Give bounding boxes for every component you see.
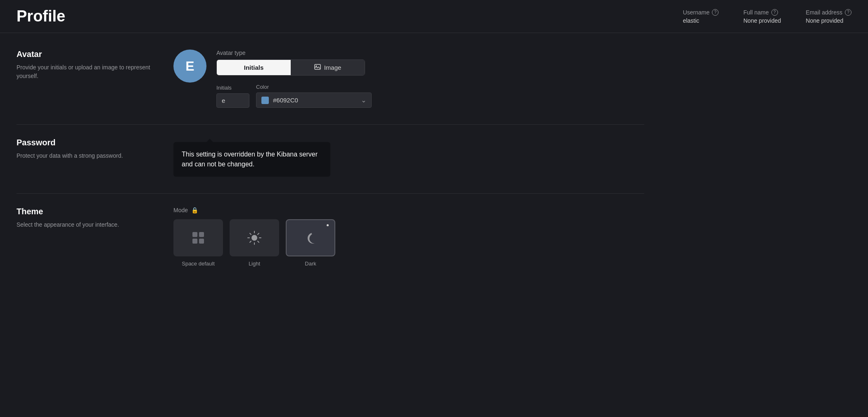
fullname-info-icon[interactable]: ? bbox=[771, 9, 778, 16]
divider-1 bbox=[17, 124, 644, 125]
svg-rect-2 bbox=[192, 232, 197, 237]
avatar-section: Avatar Provide your initials or upload a… bbox=[17, 50, 644, 108]
fullname-value: None provided bbox=[743, 17, 781, 24]
svg-point-1 bbox=[315, 66, 317, 67]
svg-line-14 bbox=[250, 241, 251, 242]
tooltip-box: This setting is overridden by the Kibana… bbox=[173, 142, 330, 177]
initials-input[interactable] bbox=[216, 93, 249, 108]
header: Profile Username ? elastic Full name ? N… bbox=[0, 0, 868, 33]
toggle-initials-button[interactable]: Initials bbox=[217, 60, 291, 75]
theme-card-space-default bbox=[173, 219, 223, 256]
svg-line-13 bbox=[258, 233, 259, 235]
username-label: Username ? bbox=[683, 9, 719, 16]
theme-options: Space default bbox=[173, 219, 644, 267]
color-label: Color bbox=[256, 84, 372, 90]
theme-section-layout: Theme Select the appearance of your inte… bbox=[17, 207, 644, 267]
avatar-section-desc: Provide your initials or upload an image… bbox=[17, 63, 157, 81]
avatar-area: E Avatar type Initials bbox=[173, 50, 644, 108]
theme-section: Theme Select the appearance of your inte… bbox=[17, 207, 644, 267]
theme-card-dark bbox=[286, 219, 335, 256]
header-meta: Username ? elastic Full name ? None prov… bbox=[683, 9, 851, 24]
color-value: #6092C0 bbox=[273, 97, 357, 104]
color-select[interactable]: #6092C0 ⌄ bbox=[256, 92, 372, 108]
username-meta: Username ? elastic bbox=[683, 9, 719, 24]
email-label: Email address ? bbox=[806, 9, 851, 16]
password-section-layout: Password Protect your data with a strong… bbox=[17, 138, 644, 177]
email-meta: Email address ? None provided bbox=[806, 9, 851, 24]
main-content: Avatar Provide your initials or upload a… bbox=[0, 33, 661, 300]
avatar: E bbox=[173, 50, 206, 83]
theme-option-dark[interactable]: Dark bbox=[286, 219, 335, 267]
toggle-image-label: Image bbox=[324, 64, 342, 71]
avatar-type-label: Avatar type bbox=[216, 50, 644, 56]
email-value: None provided bbox=[806, 17, 851, 24]
divider-2 bbox=[17, 193, 644, 194]
password-section-title: Password bbox=[17, 138, 157, 147]
theme-label-dark: Dark bbox=[305, 261, 316, 267]
password-content: This setting is overridden by the Kibana… bbox=[173, 142, 644, 177]
fullname-meta: Full name ? None provided bbox=[743, 9, 781, 24]
svg-line-11 bbox=[250, 233, 251, 235]
username-info-icon[interactable]: ? bbox=[712, 9, 719, 16]
page-title: Profile bbox=[17, 7, 683, 25]
color-swatch bbox=[261, 97, 269, 104]
initials-field-group: Initials bbox=[216, 85, 249, 108]
password-section-right: This setting is overridden by the Kibana… bbox=[173, 138, 644, 177]
theme-card-light bbox=[230, 219, 279, 256]
initials-color-row: Initials Color #6092C0 ⌄ bbox=[216, 84, 644, 108]
svg-rect-4 bbox=[192, 239, 197, 244]
email-info-icon[interactable]: ? bbox=[845, 9, 851, 16]
avatar-section-title: Avatar bbox=[17, 50, 157, 59]
svg-rect-5 bbox=[199, 239, 204, 244]
image-icon bbox=[314, 64, 321, 71]
theme-label-space-default: Space default bbox=[182, 261, 215, 267]
avatar-section-right: E Avatar type Initials bbox=[173, 50, 644, 108]
theme-label-light: Light bbox=[249, 261, 260, 267]
theme-mode-label: Mode 🔒 bbox=[173, 207, 644, 213]
toggle-image-button[interactable]: Image bbox=[291, 60, 365, 75]
initials-label: Initials bbox=[216, 85, 249, 91]
password-section: Password Protect your data with a strong… bbox=[17, 138, 644, 177]
username-value: elastic bbox=[683, 17, 719, 24]
theme-section-right: Mode 🔒 Space bbox=[173, 207, 644, 267]
password-section-desc: Protect your data with a strong password… bbox=[17, 152, 157, 160]
theme-section-left: Theme Select the appearance of your inte… bbox=[17, 207, 157, 229]
color-field-group: Color #6092C0 ⌄ bbox=[256, 84, 372, 108]
svg-rect-3 bbox=[199, 232, 204, 237]
chevron-down-icon: ⌄ bbox=[361, 96, 366, 104]
avatar-controls: Avatar type Initials bbox=[216, 50, 644, 108]
lock-icon: 🔒 bbox=[191, 207, 198, 213]
theme-section-desc: Select the appearance of your interface. bbox=[17, 220, 157, 229]
theme-option-light[interactable]: Light bbox=[230, 219, 279, 267]
svg-point-6 bbox=[251, 235, 257, 241]
tooltip-text: This setting is overridden by the Kibana… bbox=[182, 151, 318, 168]
avatar-section-layout: Avatar Provide your initials or upload a… bbox=[17, 50, 644, 108]
avatar-type-toggle: Initials Image bbox=[216, 59, 365, 76]
svg-line-12 bbox=[258, 241, 259, 242]
theme-section-title: Theme bbox=[17, 207, 157, 216]
avatar-section-left: Avatar Provide your initials or upload a… bbox=[17, 50, 157, 81]
fullname-label: Full name ? bbox=[743, 9, 781, 16]
password-section-left: Password Protect your data with a strong… bbox=[17, 138, 157, 160]
theme-option-space-default[interactable]: Space default bbox=[173, 219, 223, 267]
